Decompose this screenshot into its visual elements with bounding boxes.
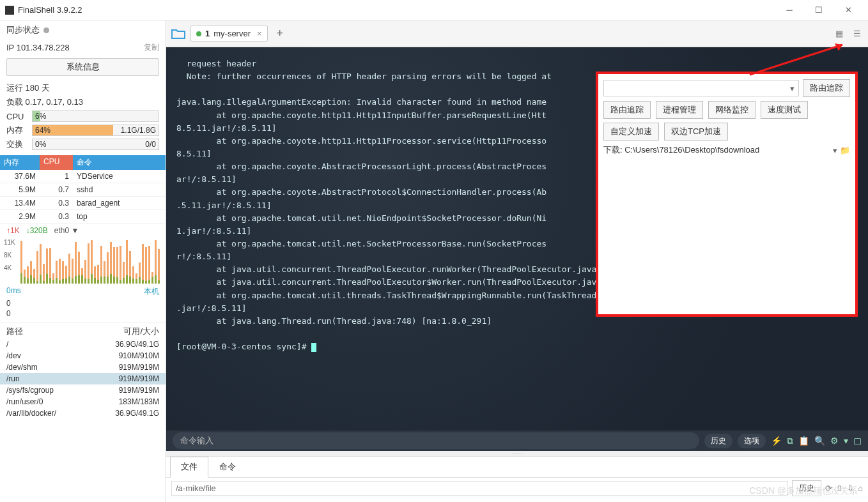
uptime-label: 运行 180 天 — [0, 81, 166, 95]
sync-status: 同步状态 — [0, 20, 166, 40]
annotation-arrow — [747, 40, 849, 80]
app-title: FinalShell 3.9.2.2 — [18, 5, 775, 15]
copy-icon[interactable]: ⧉ — [787, 436, 793, 446]
sync-dot-icon — [43, 27, 49, 33]
col-cmd[interactable]: 命令 — [73, 155, 166, 170]
disk-row[interactable]: /sys/fs/cgroup919M/919M — [0, 384, 166, 396]
sync-label: 同步状态 — [6, 24, 40, 36]
panel-button[interactable]: 双边TCP加速 — [664, 123, 728, 141]
load-label: 负载 0.17, 0.17, 0.13 — [0, 95, 166, 109]
folder-icon[interactable] — [170, 27, 187, 41]
mem-meter: 内存 64%1.1G/1.8G — [0, 123, 166, 137]
tab-cmd[interactable]: 命令 — [208, 457, 247, 477]
disk-col-size[interactable]: 可用/大小 — [123, 326, 159, 337]
drag-handle[interactable]: ⋯⋯ — [166, 451, 868, 456]
tools-panel: ▾ 路由追踪 路由追踪进程管理网络监控速度测试 自定义加速双边TCP加速 下载:… — [596, 72, 858, 317]
command-bar: 命令输入 历史 选项 ⚡ ⧉ 📋 🔍 ⚙ ▾ ▢ — [166, 430, 868, 451]
disk-col-path[interactable]: 路径 — [6, 326, 23, 337]
system-info-button[interactable]: 系统信息 — [6, 58, 159, 76]
folder-icon[interactable]: 📁 — [840, 146, 850, 155]
disk-row[interactable]: /dev/shm919M/919M — [0, 361, 166, 373]
command-input[interactable]: 命令输入 — [173, 432, 699, 449]
app-icon — [5, 6, 14, 15]
cpu-meter: CPU 6% — [0, 109, 166, 123]
panel-button[interactable]: 速度测试 — [761, 101, 808, 119]
maximize-button[interactable]: ☐ — [804, 1, 833, 20]
disk-row[interactable]: /dev910M/910M — [0, 350, 166, 361]
tab-file[interactable]: 文件 — [170, 457, 208, 478]
gear-icon[interactable]: ⚙ — [830, 436, 839, 446]
trace-target-dropdown[interactable]: ▾ — [603, 80, 799, 96]
col-mem[interactable]: 内存 — [0, 155, 40, 170]
bottom-panel: 文件 命令 /a-mike/file 历史 ⟳ ⇧ ⇩ ⌂ — [166, 456, 868, 502]
zero-row-1: 0 — [0, 298, 166, 308]
process-table: 内存 CPU 命令 37.6M1YDService5.9M0.7sshd13.4… — [0, 155, 166, 224]
net-head: ↑1K ↓320B eth0 ▼ — [0, 224, 166, 238]
paste-icon[interactable]: 📋 — [798, 436, 809, 446]
net-iface-dropdown[interactable]: eth0 ▼ — [54, 226, 79, 235]
process-row[interactable]: 5.9M0.7sshd — [0, 183, 166, 197]
tab-add-button[interactable]: + — [272, 27, 289, 40]
process-row[interactable]: 37.6M1YDService — [0, 170, 166, 183]
tab-my-server[interactable]: 1 my-server × — [190, 26, 268, 42]
upload-icon[interactable]: ⇧ — [836, 483, 843, 493]
fullscreen-icon[interactable]: ▢ — [853, 436, 862, 446]
disk-row[interactable]: /run/user/0183M/183M — [0, 396, 166, 407]
copy-button[interactable]: 复制 — [144, 42, 159, 53]
menu-icon[interactable]: ☰ — [850, 29, 864, 38]
options-button[interactable]: 选项 — [738, 434, 766, 448]
panel-button[interactable]: 自定义加速 — [603, 123, 659, 141]
process-row[interactable]: 13.4M0.3barad_agent — [0, 197, 166, 210]
ip-label: IP 101.34.78.228 — [6, 43, 70, 52]
col-cpu[interactable]: CPU — [40, 155, 73, 170]
disk-row[interactable]: /var/lib/docker/36.9G/49.1G — [0, 407, 166, 419]
home-icon[interactable]: ⌂ — [858, 483, 863, 493]
panel-button[interactable]: 网络监控 — [708, 101, 756, 119]
download-path-label: 下载: C:\Users\78126\Desktop\fsdownload — [603, 144, 759, 156]
net-down: ↓320B — [26, 226, 48, 235]
file-path-input[interactable]: /a-mike/file — [171, 481, 788, 496]
latency-local[interactable]: 本机 — [144, 286, 159, 297]
panel-button[interactable]: 路由追踪 — [603, 101, 651, 119]
bolt-icon[interactable]: ⚡ — [771, 436, 782, 446]
file-history-button[interactable]: 历史 — [792, 480, 821, 496]
sidebar: 同步状态 IP 101.34.78.228 复制 系统信息 运行 180 天 负… — [0, 20, 166, 502]
chevron-down-icon[interactable]: ▾ — [833, 146, 837, 155]
disk-row[interactable]: /36.9G/49.1G — [0, 338, 166, 350]
refresh-icon[interactable]: ⟳ — [825, 483, 832, 493]
download-icon[interactable]: ⇩ — [847, 483, 854, 493]
disk-row[interactable]: /run919M/919M — [0, 373, 166, 384]
zero-row-2: 0 — [0, 308, 166, 319]
close-button[interactable]: ✕ — [833, 1, 863, 20]
net-chart: 11K 8K 4K — [3, 239, 163, 284]
process-row[interactable]: 2.9M0.3top — [0, 210, 166, 224]
search-icon[interactable]: 🔍 — [814, 436, 825, 446]
panel-button[interactable]: 进程管理 — [656, 101, 703, 119]
net-up: ↑1K — [6, 226, 20, 235]
minimize-button[interactable]: ─ — [775, 1, 804, 20]
tab-close-icon[interactable]: × — [257, 29, 262, 38]
status-dot-icon — [196, 31, 201, 36]
route-trace-button[interactable]: 路由追踪 — [803, 79, 850, 97]
history-button[interactable]: 历史 — [704, 434, 732, 448]
latency-ms: 0ms — [6, 286, 21, 297]
chevron-down-icon[interactable]: ▾ — [844, 436, 848, 446]
grid-icon[interactable]: ▦ — [832, 29, 846, 38]
swap-meter: 交换 0%0/0 — [0, 137, 166, 151]
titlebar: FinalShell 3.9.2.2 ─ ☐ ✕ — [0, 0, 868, 20]
